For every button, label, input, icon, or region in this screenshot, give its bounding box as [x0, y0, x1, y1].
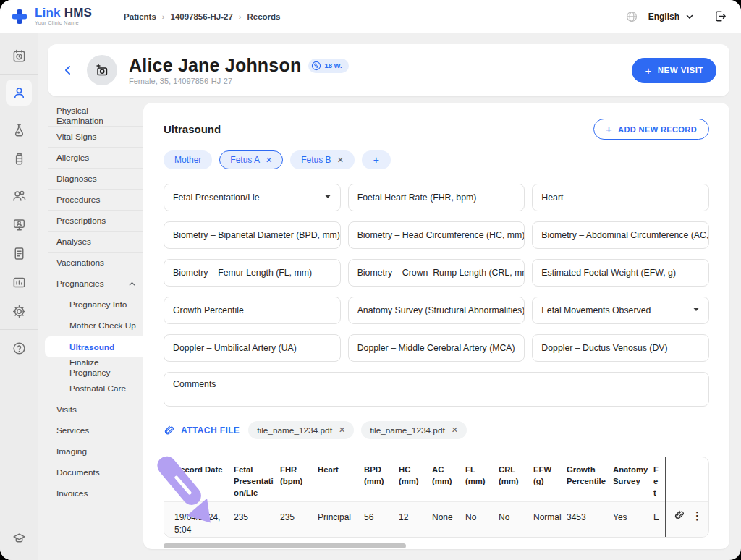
sidebar-item-physical-examination[interactable]: Physical Examination [48, 106, 143, 127]
comments-field[interactable]: Comments [164, 372, 709, 407]
sidebar-item-invoices[interactable]: Invoices [48, 483, 143, 504]
attached-files: file_name_1234.pdf✕file_name_1234.pdf✕ [248, 421, 467, 439]
row-menu-icon[interactable]: ⋮ [692, 510, 703, 521]
breadcrumb-item-records[interactable]: Records [247, 12, 281, 21]
reports-icon[interactable] [6, 269, 32, 295]
sidebar-item-ultrasound[interactable]: Ultrasound [45, 336, 143, 357]
field-label: Biometry – Abdominal Circumference (AC, … [541, 230, 709, 240]
cell: No [499, 512, 533, 538]
tab-mother[interactable]: Mother [164, 150, 212, 169]
close-icon[interactable]: ✕ [266, 156, 272, 165]
field-fetal-movements-observed[interactable]: Fetal Movements Observed [532, 297, 709, 324]
kiosk-icon[interactable] [6, 211, 32, 237]
sidebar-item-pregnancy-info[interactable]: Pregnancy Info [48, 294, 143, 315]
col-header-fetal-movements-observed: Fetal Movements Observed [653, 464, 665, 501]
ultrasound-card: Ultrasound + ADD NEW RECORD MotherFetus … [143, 103, 729, 549]
sidebar-item-label: Vaccinations [56, 258, 104, 268]
records-icon[interactable] [6, 240, 32, 266]
attachment-icon[interactable] [674, 509, 685, 521]
sidebar-item-diagnoses[interactable]: Diagnoses [48, 169, 143, 190]
add-tab-button[interactable]: + [362, 150, 391, 169]
sidebar-item-vaccinations[interactable]: Vaccinations [48, 253, 143, 273]
staff-icon[interactable] [6, 182, 32, 208]
sidebar-item-prescriptions[interactable]: Prescriptions [48, 211, 143, 232]
sidebar-item-mother-check-up[interactable]: Mother Check Up [48, 315, 143, 336]
file-chip[interactable]: file_name_1234.pdf✕ [361, 421, 467, 439]
field-estimated-foetal-weight-efw-g[interactable]: Estimated Foetal Weight (EFW, g) [532, 259, 709, 287]
pinned-column-divider[interactable] [665, 457, 667, 537]
settings-icon[interactable] [6, 298, 32, 324]
icon-rail [0, 33, 38, 560]
field-label: Estimated Foetal Weight (EFW, g) [541, 268, 676, 278]
sidebar-item-label: Prescriptions [56, 216, 106, 226]
cell: E [653, 512, 665, 538]
field-label: Fetal Movements Observed [541, 305, 651, 315]
horizontal-scrollbar[interactable] [164, 543, 406, 548]
ultrasound-form: Fetal Presentation/LieFoetal Heart Rate … [164, 184, 709, 362]
field-fetal-presentation-lie[interactable]: Fetal Presentation/Lie [164, 184, 341, 211]
section-title: Ultrasound [164, 123, 221, 135]
field-doppler-middle-cerebral-artery-mca[interactable]: Doppler – Middle Cerebral Artery (MCA) [348, 334, 525, 362]
patients-icon[interactable] [6, 80, 32, 106]
content-row: Physical ExaminationVital SignsAllergies… [38, 103, 729, 549]
app-logo[interactable]: Link HMS Your Clinic Name [10, 7, 92, 26]
rail-divider [0, 74, 38, 75]
sidebar-item-pregnancies[interactable]: Pregnancies [48, 273, 143, 294]
sidebar-item-imaging[interactable]: Imaging [48, 441, 143, 462]
topbar-actions: English [625, 9, 727, 23]
field-biometry-biparietal-diameter-bpd-mm[interactable]: Biometry – Biparietal Diameter (BPD, mm) [164, 221, 341, 249]
cell: None [432, 512, 465, 538]
field-growth-percentile[interactable]: Growth Percentile [164, 297, 341, 324]
field-biometry-crown-rump-length-crl-mm[interactable]: Biometry – Crown–Rump Length (CRL, mm) [348, 259, 525, 287]
field-biometry-head-circumference-hc-mm[interactable]: Biometry – Head Circumference (HC, mm) [348, 221, 525, 249]
add-new-record-button[interactable]: + ADD NEW RECORD [593, 119, 709, 140]
sidebar-item-label: Procedures [56, 195, 100, 205]
sidebar-item-documents[interactable]: Documents [48, 462, 143, 483]
tab-fetus-a[interactable]: Fetus A✕ [219, 150, 283, 169]
rail-divider [0, 177, 38, 177]
field-doppler-ductus-venosus-dv[interactable]: Doppler – Ductus Venosus (DV) [532, 334, 709, 362]
logout-icon[interactable] [713, 9, 727, 23]
field-biometry-abdominal-circumference-ac-mm[interactable]: Biometry – Abdominal Circumference (AC, … [532, 221, 709, 249]
sidebar-item-finalize-pregnancy[interactable]: Finalize Pregnancy [48, 357, 143, 378]
lab-icon[interactable] [6, 116, 32, 143]
sidebar-item-vital-signs[interactable]: Vital Signs [48, 127, 143, 148]
cell: 235 [280, 512, 318, 538]
app-window: Link HMS Your Clinic Name Patients›14097… [0, 0, 741, 560]
field-biometry-femur-length-fl-mm[interactable]: Biometry – Femur Length (FL, mm) [164, 259, 341, 287]
field-label: Biometry – Crown–Rump Length (CRL, mm) [357, 268, 525, 278]
field-foetal-heart-rate-fhr-bpm[interactable]: Foetal Heart Rate (FHR, bpm) [348, 184, 525, 211]
education-icon[interactable] [6, 525, 32, 551]
remove-file-icon[interactable]: ✕ [339, 425, 345, 435]
language-label: English [648, 12, 679, 22]
back-button[interactable] [62, 64, 74, 76]
sidebar-item-procedures[interactable]: Procedures [48, 190, 143, 211]
help-icon[interactable] [6, 335, 32, 361]
field-doppler-umbilical-artery-ua[interactable]: Doppler – Umbilical Artery (UA) [164, 334, 341, 362]
sidebar-item-services[interactable]: Services [48, 420, 143, 441]
close-icon[interactable]: ✕ [337, 156, 344, 165]
sidebar-item-visits[interactable]: Visits [48, 399, 143, 420]
sidebar-item-analyses[interactable]: Analyses [48, 232, 143, 253]
field-heart[interactable]: Heart [532, 184, 709, 211]
col-header-bpd-mm: BPD (mm) [364, 464, 399, 501]
language-selector[interactable]: English [648, 12, 694, 22]
table-row[interactable]: 19/04/2024, 5:04235235Principal5612NoneN… [164, 501, 708, 538]
patient-avatar[interactable] [87, 55, 117, 85]
breadcrumb-item-patients[interactable]: Patients [124, 12, 156, 21]
new-visit-button[interactable]: + NEW VISIT [632, 58, 716, 83]
record-sections-menu: Physical ExaminationVital SignsAllergies… [48, 103, 143, 549]
cell: 19/04/2024, 5:04 [174, 512, 234, 538]
medications-icon[interactable] [6, 145, 32, 171]
sidebar-item-postnatal-care[interactable]: Postnatal Care [48, 378, 143, 399]
remove-file-icon[interactable]: ✕ [452, 425, 458, 435]
sidebar-item-allergies[interactable]: Allergies [48, 148, 143, 169]
schedule-icon[interactable] [6, 43, 32, 69]
field-anatomy-survey-structural-abnormalities[interactable]: Anatomy Survey (Structural Abnormalities… [348, 297, 525, 324]
breadcrumb-item-14097856-hj-27[interactable]: 14097856-HJ-27 [171, 12, 233, 21]
tab-fetus-b[interactable]: Fetus B✕ [290, 150, 355, 169]
field-label: Anatomy Survey (Structural Abnormalities… [357, 305, 525, 315]
col-header-growth-percentile: Growth Percentile [567, 464, 613, 501]
attach-file-button[interactable]: ATTACH FILE [164, 425, 240, 436]
file-chip[interactable]: file_name_1234.pdf✕ [248, 421, 354, 439]
